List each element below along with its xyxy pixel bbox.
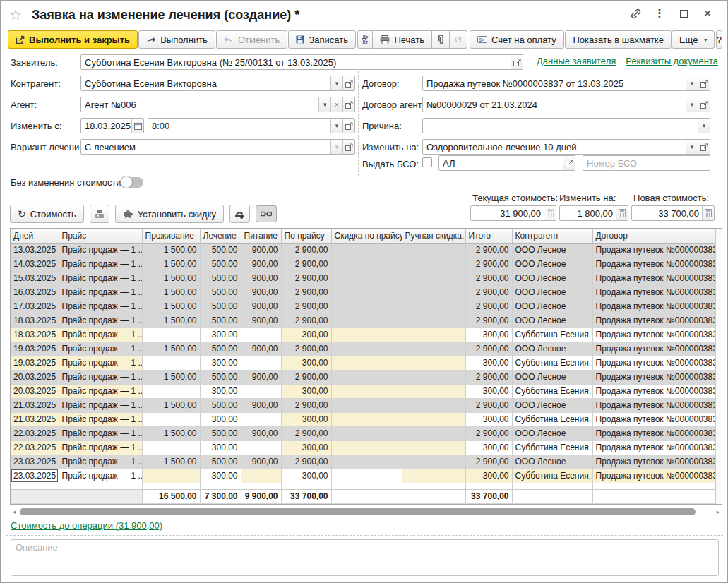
cell-date[interactable]: 23.03.2025 (11, 469, 59, 483)
cell-discount[interactable] (331, 271, 402, 285)
cell-living[interactable]: 1 500,00 (142, 243, 200, 257)
cell-discount[interactable] (331, 412, 402, 426)
table-row[interactable]: 18.03.2025Прайс продаж — 1 ...1 500,0050… (11, 313, 715, 327)
cell-counterparty[interactable]: ООО Лесное (512, 257, 592, 271)
cell-food[interactable]: 900,00 (241, 455, 281, 469)
cell-treatment[interactable]: 500,00 (200, 299, 241, 313)
close-icon[interactable]: × (698, 5, 717, 22)
open-icon[interactable] (698, 97, 710, 112)
table-row[interactable]: 20.03.2025Прайс продаж — 1 ...1 500,0050… (11, 370, 715, 384)
current-cost-field[interactable]: 31 900,00 (470, 205, 556, 221)
change-to-field[interactable]: Оздоровительное лечение 10 дней ▾ (422, 139, 710, 155)
history-button[interactable]: ↺ (450, 30, 467, 49)
cell-discount[interactable] (331, 370, 402, 384)
cell-by-price[interactable]: 2 900,00 (281, 398, 331, 412)
cell-contract[interactable]: Продажа путевок №0000003837 (592, 440, 715, 455)
cell-price[interactable]: Прайс продаж — 1 ... (59, 384, 142, 398)
set-discount-button[interactable]: Установить скидку (115, 205, 224, 223)
cell-contract[interactable]: Продажа путевок №0000003836 (592, 299, 715, 313)
execute-and-close-button[interactable]: Выполнить и закрыть (8, 30, 138, 49)
cell-discount[interactable] (331, 285, 402, 299)
cell-by-price[interactable]: 300,00 (281, 412, 331, 426)
contract-field[interactable]: Продажа путевок №0000003837 от 13.03.202… (422, 76, 710, 91)
chevron-down-icon[interactable]: ▾ (686, 140, 698, 154)
link-periods-button[interactable] (256, 205, 277, 222)
cell-total[interactable]: 2 900,00 (465, 313, 512, 327)
cell-by-price[interactable]: 2 900,00 (281, 370, 331, 384)
cell-counterparty[interactable]: ООО Лесное (512, 398, 592, 412)
cell-manual[interactable] (402, 257, 465, 271)
cell-living[interactable]: 1 500,00 (142, 398, 200, 412)
get-link-icon[interactable] (626, 5, 645, 22)
cell-date[interactable]: 23.03.2025 (11, 455, 59, 469)
cell-living[interactable] (142, 356, 200, 370)
bso-series-field[interactable]: АЛ (438, 155, 575, 171)
cell-manual[interactable] (402, 327, 465, 342)
cell-total[interactable]: 300,00 (465, 356, 512, 370)
cell-date[interactable]: 19.03.2025 (11, 356, 59, 370)
horizontal-scrollbar[interactable]: ◂ ▸ (10, 507, 722, 516)
cell-total[interactable]: 300,00 (465, 469, 512, 483)
bed-button[interactable] (229, 205, 250, 223)
cell-price[interactable]: Прайс продаж — 1 ... (59, 243, 142, 257)
col-header-total[interactable]: Итого (465, 229, 512, 243)
reason-field[interactable]: ▾ (422, 118, 710, 133)
cell-counterparty[interactable]: ООО Лесное (512, 455, 592, 469)
table-row[interactable]: 22.03.2025Прайс продаж — 1 ...300,00300,… (11, 440, 715, 455)
cell-price[interactable]: Прайс продаж — 1 ... (59, 327, 142, 342)
cell-total[interactable]: 300,00 (465, 384, 512, 398)
cell-total[interactable]: 2 900,00 (465, 285, 512, 299)
calculator-icon[interactable] (544, 206, 556, 220)
table-row[interactable]: 23.03.2025Прайс продаж — 1 ...1 500,0050… (11, 455, 715, 469)
cell-treatment[interactable]: 500,00 (200, 426, 241, 440)
cell-discount[interactable] (331, 313, 402, 327)
cell-date[interactable]: 22.03.2025 (11, 440, 59, 455)
cell-food[interactable]: 900,00 (241, 285, 281, 299)
cell-by-price[interactable]: 2 900,00 (281, 455, 331, 469)
cell-treatment[interactable]: 500,00 (200, 342, 241, 356)
cell-manual[interactable] (402, 384, 465, 398)
cell-price[interactable]: Прайс продаж — 1 ... (59, 299, 142, 313)
cell-date[interactable]: 16.03.2025 (11, 285, 59, 299)
cell-food[interactable] (241, 412, 281, 426)
show-in-chess-button[interactable]: Показать в шахматке (565, 30, 671, 49)
cell-manual[interactable] (402, 455, 465, 469)
cell-discount[interactable] (331, 440, 402, 455)
chevron-down-icon[interactable]: ▾ (330, 140, 342, 154)
applicant-data-link[interactable]: Данные заявителя (537, 56, 616, 66)
agent-field[interactable]: Агент №006 ▾ × (80, 97, 355, 112)
calculator-icon[interactable] (702, 206, 714, 220)
cell-by-price[interactable]: 300,00 (281, 469, 331, 483)
table-row[interactable]: 23.03.2025Прайс продаж — 1 ...300,00300,… (11, 469, 715, 483)
cell-by-price[interactable]: 2 900,00 (281, 257, 331, 271)
cell-counterparty[interactable]: Субботина Есения... (512, 440, 592, 455)
favorite-star-icon[interactable]: ☆ (9, 6, 22, 23)
cell-price[interactable]: Прайс продаж — 1 ... (59, 370, 142, 384)
cell-contract[interactable]: Продажа путевок №0000003836 (592, 243, 715, 257)
cell-counterparty[interactable]: ООО Лесное (512, 370, 592, 384)
cell-treatment[interactable]: 500,00 (200, 257, 241, 271)
cell-living[interactable] (142, 469, 200, 483)
cell-total[interactable]: 2 900,00 (465, 257, 512, 271)
cell-food[interactable] (241, 440, 281, 455)
cell-total[interactable]: 2 900,00 (465, 299, 512, 313)
cell-discount[interactable] (331, 327, 402, 342)
description-input[interactable] (11, 539, 719, 576)
chevron-down-icon[interactable]: ▾ (330, 76, 342, 90)
cell-counterparty[interactable]: ООО Лесное (512, 313, 592, 327)
cell-counterparty[interactable]: ООО Лесное (512, 299, 592, 313)
calendar-icon[interactable] (131, 119, 143, 133)
dtkt-button[interactable]: ДтКт (357, 30, 373, 49)
col-header-contract[interactable]: Договор (592, 229, 715, 243)
change-from-time-field[interactable]: 8:00 ▾ (148, 118, 355, 133)
scroll-left-icon[interactable]: ◂ (10, 508, 18, 515)
cell-living[interactable]: 1 500,00 (142, 342, 200, 356)
cell-price[interactable]: Прайс продаж — 1 ... (59, 285, 142, 299)
bso-checkbox[interactable] (422, 157, 432, 167)
chevron-down-icon[interactable]: ▾ (686, 97, 698, 112)
cell-manual[interactable] (402, 313, 465, 327)
execute-button[interactable]: Выполнить (138, 30, 215, 49)
vertical-scrollbar[interactable] (715, 229, 722, 504)
cell-price[interactable]: Прайс продаж — 1 ... (59, 398, 142, 412)
cell-manual[interactable] (402, 342, 465, 356)
